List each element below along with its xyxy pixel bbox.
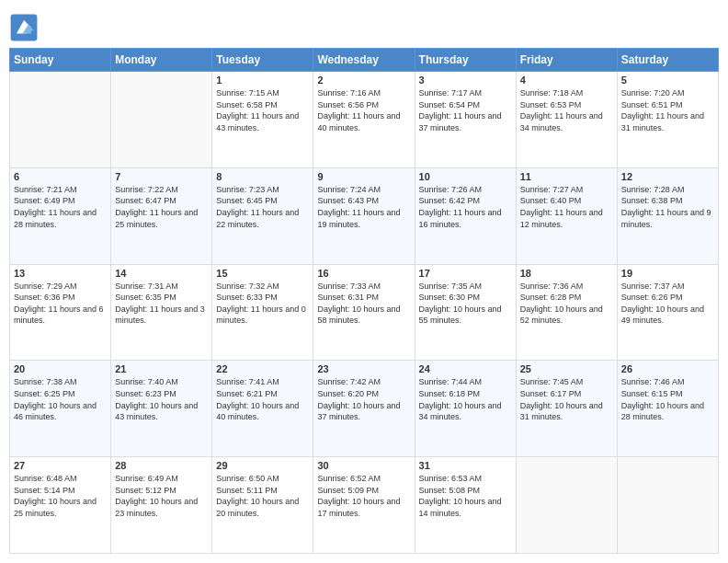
cell-text: Sunset: 6:17 PM	[520, 388, 613, 400]
day-number: 5	[621, 75, 714, 86]
calendar-cell: 24Sunrise: 7:44 AMSunset: 6:18 PMDayligh…	[415, 361, 516, 457]
calendar-cell: 14Sunrise: 7:31 AMSunset: 6:35 PMDayligh…	[111, 264, 212, 361]
cell-text: Sunrise: 7:35 AM	[419, 281, 512, 293]
calendar-cell: 12Sunrise: 7:28 AMSunset: 6:38 PMDayligh…	[617, 167, 718, 264]
cell-text: Sunset: 5:09 PM	[317, 485, 410, 497]
cell-text: Daylight: 11 hours and 3 minutes.	[115, 304, 208, 327]
cell-text: Sunrise: 7:40 AM	[115, 376, 208, 388]
day-number: 10	[419, 171, 512, 182]
cell-text: Sunrise: 7:18 AM	[520, 87, 613, 99]
calendar-cell: 8Sunrise: 7:23 AMSunset: 6:45 PMDaylight…	[212, 167, 313, 264]
calendar-cell: 28Sunrise: 6:49 AMSunset: 5:12 PMDayligh…	[111, 457, 212, 554]
cell-text: Sunset: 6:30 PM	[419, 292, 512, 304]
cell-text: Sunset: 6:33 PM	[216, 292, 309, 304]
calendar-cell: 4Sunrise: 7:18 AMSunset: 6:53 PMDaylight…	[516, 72, 617, 168]
cell-text: Sunrise: 7:26 AM	[419, 184, 512, 196]
calendar-cell: 15Sunrise: 7:32 AMSunset: 6:33 PMDayligh…	[212, 264, 313, 361]
day-number: 9	[317, 171, 410, 182]
calendar-day-header: Friday	[516, 49, 617, 72]
cell-text: Daylight: 10 hours and 52 minutes.	[520, 304, 613, 327]
cell-text: Sunset: 6:49 PM	[14, 195, 107, 207]
cell-text: Sunrise: 7:44 AM	[419, 376, 512, 388]
day-number: 12	[621, 171, 714, 182]
cell-text: Daylight: 10 hours and 25 minutes.	[14, 496, 107, 519]
cell-text: Daylight: 11 hours and 25 minutes.	[115, 207, 208, 230]
day-number: 11	[520, 171, 613, 182]
day-number: 14	[115, 268, 208, 279]
cell-text: Daylight: 10 hours and 49 minutes.	[621, 304, 714, 327]
cell-text: Daylight: 10 hours and 31 minutes.	[520, 400, 613, 423]
calendar-cell: 19Sunrise: 7:37 AMSunset: 6:26 PMDayligh…	[617, 264, 718, 361]
cell-text: Daylight: 10 hours and 43 minutes.	[115, 400, 208, 423]
day-number: 29	[216, 460, 309, 471]
calendar-day-header: Monday	[111, 49, 212, 72]
calendar-cell: 25Sunrise: 7:45 AMSunset: 6:17 PMDayligh…	[516, 361, 617, 457]
cell-text: Sunset: 6:36 PM	[14, 292, 107, 304]
cell-text: Sunrise: 7:15 AM	[216, 87, 309, 99]
day-number: 23	[317, 363, 410, 374]
calendar-cell: 16Sunrise: 7:33 AMSunset: 6:31 PMDayligh…	[313, 264, 415, 361]
cell-text: Sunset: 6:54 PM	[419, 99, 512, 111]
cell-text: Sunset: 6:56 PM	[317, 99, 410, 111]
cell-text: Sunset: 6:21 PM	[216, 388, 309, 400]
cell-text: Sunrise: 7:23 AM	[216, 184, 309, 196]
calendar-day-header: Thursday	[415, 49, 516, 72]
cell-text: Daylight: 11 hours and 0 minutes.	[216, 304, 309, 327]
day-number: 25	[520, 363, 613, 374]
cell-text: Sunrise: 6:52 AM	[317, 473, 410, 485]
cell-text: Daylight: 11 hours and 31 minutes.	[621, 110, 714, 133]
cell-text: Sunrise: 7:45 AM	[520, 376, 613, 388]
cell-text: Sunrise: 7:28 AM	[621, 184, 714, 196]
cell-text: Sunset: 5:12 PM	[115, 485, 208, 497]
cell-text: Sunrise: 7:32 AM	[216, 281, 309, 293]
cell-text: Sunset: 6:40 PM	[520, 195, 613, 207]
day-number: 28	[115, 460, 208, 471]
cell-text: Daylight: 11 hours and 22 minutes.	[216, 207, 309, 230]
cell-text: Sunset: 6:53 PM	[520, 99, 613, 111]
calendar-cell: 18Sunrise: 7:36 AMSunset: 6:28 PMDayligh…	[516, 264, 617, 361]
calendar-cell: 5Sunrise: 7:20 AMSunset: 6:51 PMDaylight…	[617, 72, 718, 168]
cell-text: Sunrise: 7:16 AM	[317, 87, 410, 99]
calendar-cell	[10, 72, 111, 168]
calendar-day-header: Wednesday	[313, 49, 415, 72]
day-number: 18	[520, 268, 613, 279]
calendar-week-row: 13Sunrise: 7:29 AMSunset: 6:36 PMDayligh…	[10, 264, 719, 361]
cell-text: Daylight: 10 hours and 23 minutes.	[115, 496, 208, 519]
calendar-cell: 6Sunrise: 7:21 AMSunset: 6:49 PMDaylight…	[10, 167, 111, 264]
cell-text: Sunset: 6:18 PM	[419, 388, 512, 400]
day-number: 24	[419, 363, 512, 374]
cell-text: Daylight: 11 hours and 34 minutes.	[520, 110, 613, 133]
logo	[9, 13, 40, 42]
day-number: 30	[317, 460, 410, 471]
cell-text: Sunrise: 7:21 AM	[14, 184, 107, 196]
calendar-cell: 29Sunrise: 6:50 AMSunset: 5:11 PMDayligh…	[212, 457, 313, 554]
cell-text: Sunrise: 6:48 AM	[14, 473, 107, 485]
calendar-cell: 26Sunrise: 7:46 AMSunset: 6:15 PMDayligh…	[617, 361, 718, 457]
calendar-cell: 7Sunrise: 7:22 AMSunset: 6:47 PMDaylight…	[111, 167, 212, 264]
cell-text: Sunrise: 7:22 AM	[115, 184, 208, 196]
calendar-week-row: 27Sunrise: 6:48 AMSunset: 5:14 PMDayligh…	[10, 457, 719, 554]
cell-text: Sunset: 6:42 PM	[419, 195, 512, 207]
cell-text: Sunrise: 7:46 AM	[621, 376, 714, 388]
cell-text: Sunset: 5:11 PM	[216, 485, 309, 497]
cell-text: Daylight: 10 hours and 55 minutes.	[419, 304, 512, 327]
day-number: 22	[216, 363, 309, 374]
calendar-day-header: Tuesday	[212, 49, 313, 72]
cell-text: Sunset: 6:51 PM	[621, 99, 714, 111]
day-number: 3	[419, 75, 512, 86]
cell-text: Daylight: 10 hours and 37 minutes.	[317, 400, 410, 423]
calendar-cell: 1Sunrise: 7:15 AMSunset: 6:58 PMDaylight…	[212, 72, 313, 168]
cell-text: Sunrise: 7:20 AM	[621, 87, 714, 99]
calendar-week-row: 1Sunrise: 7:15 AMSunset: 6:58 PMDaylight…	[10, 72, 719, 168]
cell-text: Sunset: 5:14 PM	[14, 485, 107, 497]
cell-text: Sunrise: 7:24 AM	[317, 184, 410, 196]
calendar-cell: 22Sunrise: 7:41 AMSunset: 6:21 PMDayligh…	[212, 361, 313, 457]
calendar-cell: 10Sunrise: 7:26 AMSunset: 6:42 PMDayligh…	[415, 167, 516, 264]
cell-text: Sunset: 6:35 PM	[115, 292, 208, 304]
cell-text: Daylight: 11 hours and 28 minutes.	[14, 207, 107, 230]
cell-text: Sunset: 6:23 PM	[115, 388, 208, 400]
calendar-cell: 13Sunrise: 7:29 AMSunset: 6:36 PMDayligh…	[10, 264, 111, 361]
day-number: 27	[14, 460, 107, 471]
cell-text: Sunset: 6:31 PM	[317, 292, 410, 304]
cell-text: Daylight: 11 hours and 9 minutes.	[621, 207, 714, 230]
